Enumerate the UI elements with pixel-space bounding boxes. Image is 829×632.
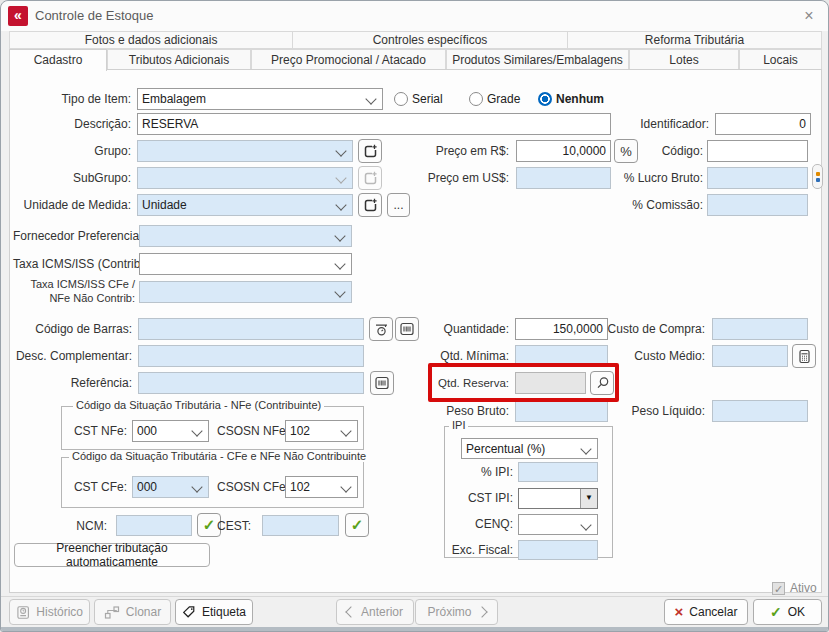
tab-tributos-adicionais[interactable]: Tributos Adicionais [107,49,251,70]
tab-cadastro[interactable]: Cadastro [9,49,107,71]
tab-label: Locais [763,53,798,67]
combo-value: Embalagem [142,92,206,106]
pct-ipi-label: % IPI: [441,462,513,482]
tab-label: Fotos e dados adicionais [85,33,218,47]
csosn-cfe-combo[interactable]: 102 [285,476,358,498]
tab-fotos-e-dados-adicionais[interactable]: Fotos e dados adicionais [9,31,293,49]
cest-input[interactable] [262,515,339,536]
unidade-medida-combo[interactable]: Unidade [137,194,353,216]
check-icon: ✓ [770,604,782,620]
lucro-bruto-label: % Lucro Bruto: [601,167,703,189]
tab-locais[interactable]: Locais [739,49,822,70]
codigo-label: Código: [631,140,703,162]
preencher-tributacao-button[interactable]: Preencher tributação automaticamente [14,543,210,567]
custo-medio-input[interactable] [712,345,788,367]
ncm-input[interactable] [116,515,192,536]
combo-value: 000 [137,480,157,494]
quantidade-input[interactable]: 150,0000 [515,318,608,340]
tipo-item-label: Tipo de Item: [21,88,131,110]
codigo-input[interactable] [707,140,808,162]
barcode-button[interactable] [370,371,394,395]
cst-nfe-combo[interactable]: 000 [132,420,209,442]
cst-cfe-combo[interactable]: 000 [132,476,209,498]
tab-produtos-similares[interactable]: Produtos Similares/Embalagens [446,49,629,70]
anterior-button[interactable]: Anterior [336,599,414,625]
preco-us-input[interactable] [516,167,611,189]
csosn-nfe-label: CSOSN NFe: [217,420,281,442]
codigo-barras-input[interactable] [138,318,364,340]
preco-rs-input[interactable]: 10,0000 [516,140,611,162]
ipi-mode-combo[interactable]: Percentual (%) [461,438,598,459]
add-subgroup-button[interactable] [358,166,382,190]
unidade-medida-label: Unidade de Medida: [16,194,131,216]
tipo-item-combo[interactable]: Embalagem [137,88,383,110]
cst-nfe-label: CST NFe: [69,420,127,442]
calculator-button[interactable] [792,344,816,368]
scale-button[interactable] [369,317,393,341]
check-icon: ✓ [351,516,364,534]
peso-bruto-input[interactable] [515,400,608,422]
etiqueta-button[interactable]: Etiqueta [175,599,253,625]
barcode-button[interactable] [395,317,419,341]
lucro-bruto-input[interactable] [707,167,808,189]
tab-reforma-tributaria[interactable]: Reforma Tributária [567,31,822,49]
add-unit-button[interactable] [358,193,382,217]
grupo-combo[interactable] [137,140,353,162]
chevron-down-icon [334,258,345,269]
radio-serial[interactable] [394,92,408,106]
proximo-button[interactable]: Próximo [415,599,498,625]
cest-validate-button[interactable]: ✓ [345,513,369,537]
radio-grade[interactable] [469,92,483,106]
referencia-label: Referência: [21,372,132,394]
chevron-down-icon [191,425,202,436]
check-icon: ✓ [203,516,216,534]
referencia-input[interactable] [138,372,364,394]
csosn-nfe-combo[interactable]: 102 [285,420,358,442]
desc-complementar-label: Desc. Complementar: [13,345,132,367]
button-label: Preencher tributação automaticamente [21,541,203,569]
radio-grade-label: Grade [487,92,520,107]
unit-more-button[interactable]: ... [387,193,410,217]
tab-lotes[interactable]: Lotes [629,49,739,70]
cst-cfe-label: CST CFe: [69,476,127,498]
side-mini-button[interactable] [812,164,823,189]
calculator-icon [797,349,812,364]
button-label: Cancelar [689,605,737,619]
close-icon[interactable]: × [796,5,822,27]
tab-controles-especificos[interactable]: Controles específicos [292,31,568,49]
peso-liquido-input[interactable] [712,400,808,422]
ativo-checkbox[interactable]: ✓ [772,582,785,595]
tab-label: Cadastro [34,53,83,67]
chevron-down-icon [580,443,591,454]
tab-preco-promocional[interactable]: Preço Promocional / Atacado [251,49,446,70]
ok-button[interactable]: ✓ OK [753,599,822,625]
fornecedor-combo[interactable] [139,225,352,247]
clonar-button[interactable]: Clonar [94,599,171,625]
exc-fiscal-input[interactable] [518,540,598,560]
preco-us-label: Preço em US$: [411,167,509,189]
tab-label: Tributos Adicionais [129,53,229,67]
grupo-label: Grupo: [21,140,131,162]
radio-nenhum[interactable] [538,92,552,106]
ellipsis-icon: ... [393,201,403,209]
taxa-icms-nao-contrib-combo[interactable] [139,281,352,303]
chevron-down-icon [335,199,346,210]
descricao-input[interactable]: RESERVA [137,113,611,135]
cenq-combo[interactable] [518,514,598,535]
chevron-down-icon [191,481,202,492]
pct-ipi-input[interactable] [518,462,598,482]
identificador-input[interactable]: 0 [715,113,811,135]
cancelar-button[interactable]: × Cancelar [664,599,748,625]
cst-ipi-combo[interactable]: ▼ [518,488,598,509]
custo-compra-input[interactable] [712,318,808,340]
historico-button[interactable]: Histórico [9,599,90,625]
taxa-icms-contrib-combo[interactable] [139,253,352,275]
desc-complementar-input[interactable] [138,345,364,367]
add-group-button[interactable] [358,139,382,163]
chevron-down-icon [334,230,345,241]
ativo-label: Ativo [790,581,817,595]
subgrupo-combo[interactable] [137,167,353,189]
tag-icon [182,604,196,620]
comissao-input[interactable] [707,194,808,216]
radio-serial-label: Serial [412,92,443,107]
